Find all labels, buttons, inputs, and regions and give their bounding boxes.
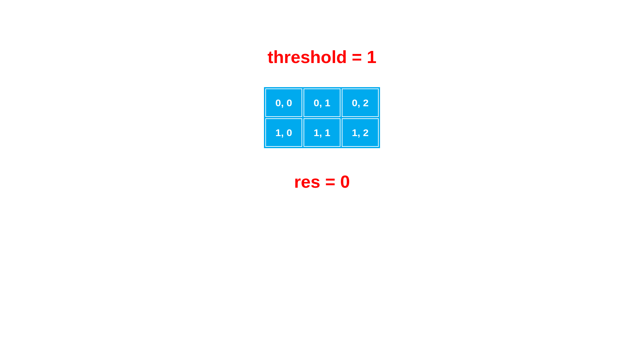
threshold-label: threshold = 1 bbox=[267, 47, 376, 67]
cell-0-1: 0, 1 bbox=[304, 88, 340, 117]
cell-1-0: 1, 0 bbox=[265, 118, 302, 147]
res-label: res = 0 bbox=[294, 172, 350, 192]
grid-container: 0, 0 0, 1 0, 2 1, 0 1, 1 1, 2 bbox=[264, 87, 380, 148]
cell-1-2: 1, 2 bbox=[342, 118, 379, 147]
cell-0-0: 0, 0 bbox=[265, 88, 302, 117]
cell-0-2: 0, 2 bbox=[342, 88, 379, 117]
cell-1-1: 1, 1 bbox=[304, 118, 340, 147]
